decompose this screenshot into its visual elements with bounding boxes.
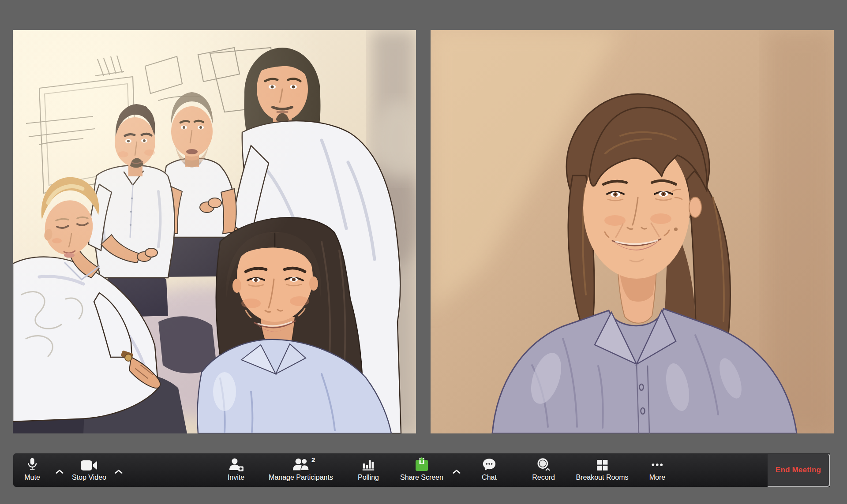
record-button[interactable]: Record	[532, 454, 555, 487]
ellipsis-icon	[650, 454, 665, 472]
grid-icon	[595, 454, 609, 472]
share-screen-button[interactable]: Share Screen	[400, 454, 443, 487]
group-illustration	[13, 30, 416, 433]
stop-video-label: Stop Video	[72, 474, 106, 482]
video-options-chevron-icon[interactable]	[115, 468, 123, 476]
record-label: Record	[532, 474, 555, 482]
participants-icon	[292, 454, 310, 472]
participants-count-badge: 2	[311, 456, 315, 463]
meeting-window: Mute Stop Video Invite Manage Participan…	[0, 0, 847, 504]
breakout-rooms-label: Breakout Rooms	[576, 474, 628, 482]
share-options-chevron-icon[interactable]	[453, 468, 461, 476]
breakout-rooms-button[interactable]: Breakout Rooms	[576, 454, 628, 487]
polling-label: Polling	[358, 474, 379, 482]
chat-button[interactable]: Chat	[482, 454, 497, 487]
end-meeting-label: End Meeting	[776, 466, 821, 474]
mute-label: Mute	[24, 474, 40, 482]
chat-bubble-icon	[482, 454, 497, 472]
video-tile-speaker	[431, 30, 834, 433]
mute-button[interactable]: Mute	[24, 454, 40, 487]
chat-label: Chat	[482, 474, 497, 482]
invite-label: Invite	[228, 474, 244, 482]
bar-chart-icon	[361, 454, 376, 472]
stop-video-button[interactable]: Stop Video	[72, 454, 106, 487]
record-circle-icon	[536, 454, 551, 472]
person-add-icon	[228, 454, 244, 472]
share-screen-label: Share Screen	[400, 474, 443, 482]
meeting-toolbar: Mute Stop Video Invite Manage Participan…	[13, 453, 830, 487]
polling-button[interactable]: Polling	[358, 454, 379, 487]
more-label: More	[649, 474, 665, 482]
manage-participants-button[interactable]: Manage Participants 2	[269, 454, 333, 487]
more-button[interactable]: More	[649, 454, 665, 487]
invite-button[interactable]: Invite	[228, 454, 244, 487]
video-tile-group	[13, 30, 416, 433]
manage-participants-label: Manage Participants	[269, 474, 333, 482]
microphone-icon	[25, 454, 39, 472]
end-meeting-button[interactable]: End Meeting	[768, 454, 830, 487]
speaker-illustration	[431, 30, 834, 433]
video-camera-icon	[80, 454, 98, 472]
mute-options-chevron-icon[interactable]	[56, 468, 64, 476]
share-screen-icon	[414, 454, 430, 472]
